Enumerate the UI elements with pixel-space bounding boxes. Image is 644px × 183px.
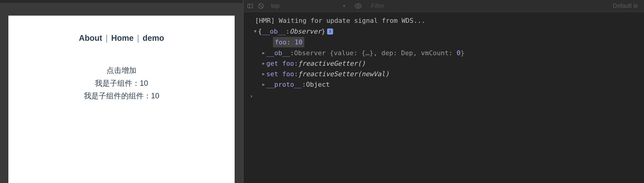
chevron-down-icon: ▼ <box>342 4 346 8</box>
console-message: [HMR] Waiting for update signal from WDS… <box>244 15 644 26</box>
colon: : <box>294 58 298 68</box>
object-property-row[interactable]: set foo: ƒ reactiveSetter(newVal) <box>244 69 644 79</box>
console-prompt[interactable]: › <box>244 90 644 102</box>
execution-context-select[interactable]: top ▼ <box>268 2 349 10</box>
child-value: 10 <box>140 79 148 87</box>
object-class: Observer <box>290 26 321 36</box>
colon: : <box>294 69 298 79</box>
function-symbol: ƒ <box>298 58 302 68</box>
filter-input[interactable] <box>369 2 603 10</box>
object-property-row[interactable]: foo: 10 <box>244 37 644 48</box>
function-name: reactiveGetter() <box>302 58 365 68</box>
brace-close: } <box>321 26 325 36</box>
svg-line-3 <box>259 4 263 8</box>
log-levels-select[interactable]: Default le <box>610 1 641 10</box>
console-input[interactable] <box>256 92 638 100</box>
property-value: 10 <box>294 38 303 46</box>
rendered-page: About | Home | demo 点击增加 我是子组件：10 我是子组件的… <box>8 16 235 183</box>
devtools-panel: top ▼ Default le [HMR] Waiting for updat… <box>243 0 644 183</box>
object-property-row[interactable]: __proto__: Object <box>244 79 644 90</box>
grandchild-value: 10 <box>151 92 160 100</box>
child-label-text: 我是子组件： <box>95 79 140 87</box>
click-increment-button[interactable]: 点击增加 <box>8 64 235 77</box>
svg-rect-0 <box>248 4 253 8</box>
page-nav: About | Home | demo <box>8 34 235 43</box>
nav-demo[interactable]: demo <box>143 34 164 43</box>
nav-about[interactable]: About <box>79 34 102 43</box>
grandchild-component-label: 我是子组件的组件：10 <box>8 89 235 102</box>
expand-toggle-icon[interactable] <box>261 81 266 88</box>
expand-toggle-icon[interactable] <box>261 50 266 56</box>
prompt-caret-icon: › <box>250 92 253 100</box>
info-icon[interactable]: i <box>327 28 333 34</box>
function-symbol: ƒ <box>298 69 302 79</box>
colon: : <box>287 38 295 46</box>
object-property-row[interactable]: __ob__: Observer {value: {…}, dep: Dep, … <box>244 48 644 58</box>
property-key: __proto__ <box>266 80 302 89</box>
expand-toggle-icon[interactable] <box>253 28 258 34</box>
object-root-row[interactable]: {__ob__: Observer} i <box>244 26 644 37</box>
object-key: __ob__ <box>262 26 285 36</box>
colon: : <box>302 80 306 89</box>
expand-toggle-icon[interactable] <box>261 60 266 67</box>
grandchild-label-text: 我是子组件的组件： <box>84 92 151 100</box>
console-output: [HMR] Waiting for update signal from WDS… <box>244 12 644 183</box>
colon: : <box>290 48 294 58</box>
property-type: Object <box>306 80 329 89</box>
svg-point-4 <box>357 5 359 7</box>
child-component-label: 我是子组件：10 <box>8 77 235 90</box>
nav-home[interactable]: Home <box>111 34 133 43</box>
property-key: foo <box>275 38 287 46</box>
browser-viewport: About | Home | demo 点击增加 我是子组件：10 我是子组件的… <box>0 0 243 183</box>
property-key: get foo <box>266 58 294 68</box>
live-expression-icon[interactable] <box>354 2 362 10</box>
object-property-row[interactable]: get foo: ƒ reactiveGetter() <box>244 58 644 69</box>
property-key: __ob__ <box>266 48 290 58</box>
viewport-top-bar <box>0 0 243 3</box>
property-preview: Observer {value: {…}, dep: Dep, vmCount:… <box>294 48 465 58</box>
console-toolbar: top ▼ Default le <box>244 0 644 12</box>
nav-separator: | <box>137 34 139 43</box>
expand-toggle-icon[interactable] <box>261 71 266 77</box>
nav-separator: | <box>106 34 108 43</box>
colon: : <box>286 26 290 36</box>
function-name: reactiveSetter(newVal) <box>302 69 389 79</box>
context-select-value: top <box>271 2 280 9</box>
property-key: set foo <box>266 69 294 79</box>
clear-console-icon[interactable] <box>257 2 265 10</box>
brace-open: { <box>258 26 262 36</box>
toggle-sidebar-icon[interactable] <box>247 2 254 10</box>
